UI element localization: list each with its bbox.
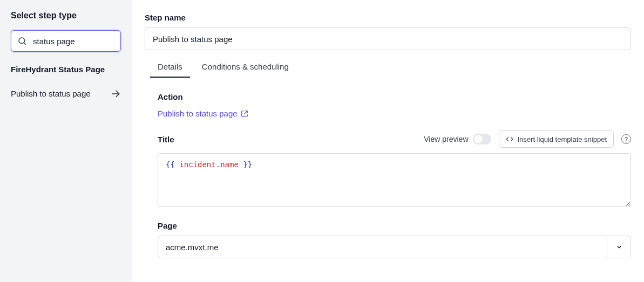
result-item-label: Publish to status page [11,88,91,99]
external-link-icon [241,110,248,118]
chevron-down-icon [615,243,623,251]
results-header: FireHydrant Status Page [11,65,121,74]
page-select-caret[interactable] [607,236,631,258]
title-editor[interactable]: {{ incident.name }} [158,153,631,207]
action-link-text: Publish to status page [158,109,238,118]
tabs: Details Conditions & scheduling [145,62,631,78]
title-block: Title View preview Insert liquid templat… [158,130,631,207]
search-input[interactable] [11,30,121,52]
title-label: Title [158,135,174,144]
toggle-switch[interactable] [473,134,491,145]
action-block: Action Publish to status page [158,92,631,119]
svg-point-0 [19,38,25,44]
result-item-publish-to-status-page[interactable]: Publish to status page [11,81,121,106]
title-header: Title View preview Insert liquid templat… [158,130,631,148]
view-preview-toggle[interactable]: View preview [424,134,491,145]
svg-line-1 [24,43,25,44]
sidebar: Select step type FireHydrant Status Page… [0,0,132,282]
sidebar-title: Select step type [11,11,121,20]
tab-conditions-scheduling[interactable]: Conditions & scheduling [202,62,289,78]
page-select[interactable]: acme.mvxt.me [158,236,631,258]
step-name-label: Step name [145,13,631,22]
page-block: Page acme.mvxt.me [158,221,631,258]
page-select-value: acme.mvxt.me [158,236,607,258]
code-icon [506,135,513,143]
search-wrapper [11,30,121,52]
details-section: Action Publish to status page Title View… [145,92,631,258]
arrow-right-icon [110,88,121,99]
search-icon [17,36,27,46]
help-icon[interactable]: ? [621,134,631,144]
action-link[interactable]: Publish to status page [158,109,248,118]
main: Step name Details Conditions & schedulin… [132,0,644,282]
tab-details[interactable]: Details [158,62,182,78]
insert-snippet-label: Insert liquid template snippet [518,135,607,143]
step-name-input[interactable] [145,27,631,50]
action-label: Action [158,92,631,101]
step-name-block: Step name [145,13,631,50]
page-label: Page [158,221,631,230]
title-controls: View preview Insert liquid template snip… [424,130,631,148]
view-preview-label: View preview [424,135,468,143]
insert-snippet-button[interactable]: Insert liquid template snippet [499,130,614,148]
